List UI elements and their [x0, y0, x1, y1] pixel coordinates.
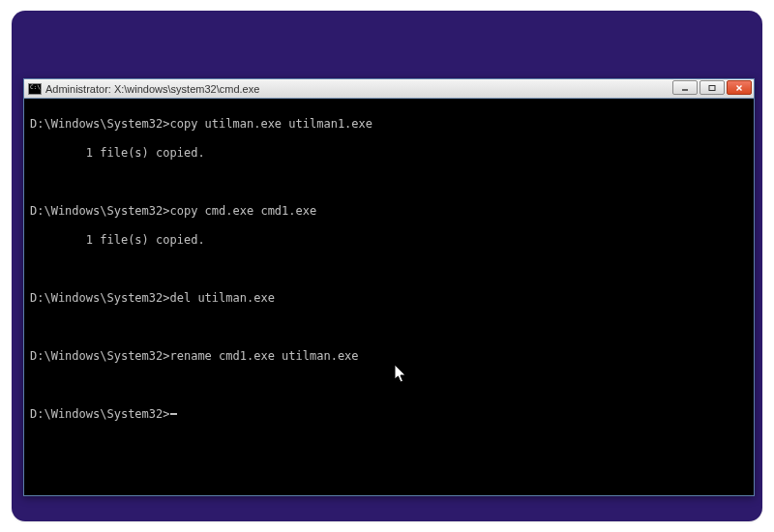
- terminal-line: 1 file(s) copied.: [30, 146, 748, 161]
- window-title: Administrator: X:\windows\system32\cmd.e…: [45, 83, 259, 95]
- close-button[interactable]: [727, 80, 752, 95]
- terminal-line: D:\Windows\System32>copy cmd.exe cmd1.ex…: [30, 204, 748, 219]
- cmd-window: Administrator: X:\windows\system32\cmd.e…: [23, 78, 755, 496]
- terminal-line: D:\Windows\System32>rename cmd1.exe util…: [30, 349, 748, 364]
- terminal-line: [30, 262, 748, 277]
- terminal-cursor: [170, 413, 177, 415]
- desktop-background: Administrator: X:\windows\system32\cmd.e…: [12, 11, 762, 521]
- terminal-prompt: D:\Windows\System32>: [30, 407, 170, 422]
- terminal-line: D:\Windows\System32>del utilman.exe: [30, 291, 748, 306]
- titlebar[interactable]: Administrator: X:\windows\system32\cmd.e…: [24, 79, 754, 99]
- terminal-line: [30, 378, 748, 393]
- terminal-line: [30, 320, 748, 335]
- cmd-icon: [28, 83, 42, 95]
- terminal-line: [30, 175, 748, 190]
- terminal-line: D:\Windows\System32>copy utilman.exe uti…: [30, 117, 748, 132]
- terminal-body[interactable]: D:\Windows\System32>copy utilman.exe uti…: [24, 99, 754, 495]
- terminal-prompt-row: D:\Windows\System32>: [30, 407, 748, 422]
- minimize-icon: [680, 84, 690, 92]
- svg-rect-1: [709, 85, 715, 90]
- maximize-icon: [707, 84, 717, 92]
- maximize-button[interactable]: [700, 80, 725, 95]
- window-controls: [672, 80, 752, 95]
- minimize-button[interactable]: [672, 80, 698, 95]
- close-icon: [734, 84, 744, 92]
- terminal-line: 1 file(s) copied.: [30, 233, 748, 248]
